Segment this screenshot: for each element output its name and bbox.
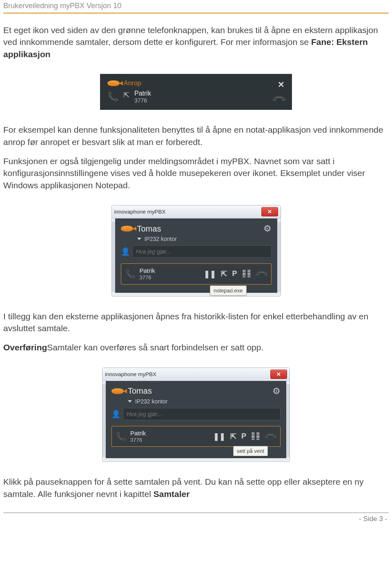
window-titlebar: innovaphone myPBX ✕ [102,368,290,381]
presence-icon: 👤 [111,410,119,419]
call-name: Patrik [140,267,155,274]
footer-divider [3,512,389,513]
caller-name: Patrik [134,89,151,97]
paragraph-2: For eksempel kan denne funksjonaliteten … [3,124,389,148]
window-close-button[interactable]: ✕ [270,370,287,379]
device-label: IP232 kontor [135,398,167,405]
dialpad-icon[interactable]: ⠿⠿⠿⠿ [242,270,252,278]
paragraph-6-bold: Samtaler [154,489,190,499]
paragraph-3: Funksjonen er også tilgjengelig under me… [3,155,389,191]
answer-icon[interactable]: 📞 [107,91,118,102]
park-p-icon[interactable]: P [232,270,237,278]
paragraph-5: OverføringSamtaler kan overføres så snar… [3,341,389,353]
paragraph-5-text: Samtaler kan overføres så snart forbinde… [47,343,263,352]
figure-3-container: innovaphone myPBX ✕ Tomas ⚙ IP232 kontor… [3,368,389,462]
user-name: Tomas [128,386,152,396]
figure-1-container: Anrop ✕ 📞 ⇱ Patrik 3776 📞 [3,74,389,110]
call-labels: Patrik 3776 [140,267,155,281]
paragraph-1: Et eget ikon ved siden av den grønne tel… [3,24,389,60]
call-icon: 📞 [116,432,126,441]
scrollbar-right[interactable] [286,384,290,458]
window-close-button[interactable]: ✕ [261,207,278,216]
call-number: 3776 [130,437,146,443]
pause-icon[interactable]: ❚❚ [204,270,216,278]
hangup-icon[interactable]: 📞 [255,267,269,281]
gear-icon[interactable]: ⚙ [272,386,281,397]
window-title: innovaphone myPBX [105,371,156,377]
hangup-icon[interactable]: 📞 [264,429,278,443]
fish-icon [107,80,120,86]
call-icon: 📞 [125,269,136,279]
scrollbar-right[interactable] [277,222,281,292]
dialpad-icon[interactable]: ⠿⠿⠿⠿ [251,433,261,440]
presence-icon: 👤 [121,247,128,256]
caller-number: 3776 [134,97,151,104]
figure-2-container: innovaphone myPBX ✕ Tomas ⚙ IP232 kontor… [3,205,389,296]
status-input[interactable] [132,245,272,258]
paragraph-4: I tillegg kan den eksterne applikasjonen… [3,310,389,334]
header-divider [3,13,389,13]
call-name: Patrik [130,430,146,437]
user-name: Tomas [137,224,161,234]
external-app-icon[interactable]: ⇱ [230,432,236,441]
tooltip-notepad: notepad.exe [210,285,247,296]
close-icon[interactable]: ✕ [278,80,285,89]
fish-icon [121,226,133,232]
window-title: innovaphone myPBX [114,209,166,215]
window-body: Tomas ⚙ IP232 kontor 👤 📞 Patrik 3776 [106,381,286,459]
chevron-down-icon[interactable] [128,400,132,403]
call-actions: ❚❚ ⇱ P ⠿⠿⠿⠿ 📞 [213,432,276,441]
pause-icon[interactable]: ❚❚ [213,432,225,441]
page-number: - Side 3 - [3,515,389,523]
window-body: Tomas ⚙ IP232 kontor 👤 📞 Patrik 3776 [115,218,277,293]
incoming-call-bar: Anrop ✕ 📞 ⇱ Patrik 3776 📞 [100,74,292,110]
call-actions: ❚❚ ⇱ P ⠿⠿⠿⠿ 📞 [204,269,267,279]
mypbx-window-hold: innovaphone myPBX ✕ Tomas ⚙ IP232 kontor… [102,368,290,462]
window-titlebar: innovaphone myPBX ✕ [112,205,281,218]
call-labels: Patrik 3776 [130,430,146,443]
document-header: Brukerveiledning myPBX Versjon 10 [3,0,389,13]
park-p-icon[interactable]: P [241,432,246,441]
mypbx-window-notepad: innovaphone myPBX ✕ Tomas ⚙ IP232 kontor… [111,205,281,296]
gear-icon[interactable]: ⚙ [263,223,272,234]
paragraph-6: Klikk på pauseknappen for å sette samtal… [3,476,389,500]
caller-info: Patrik 3776 [134,89,151,104]
status-input[interactable] [123,408,281,420]
paragraph-5-bold: Overføring [3,343,47,352]
fish-icon [111,388,124,394]
external-app-icon[interactable]: ⇱ [123,91,129,100]
anrop-label: Anrop [124,80,141,87]
device-label: IP232 kontor [145,236,177,242]
external-app-icon[interactable]: ⇱ [221,270,227,278]
active-call-box: 📞 Patrik 3776 ❚❚ ⇱ P ⠿⠿⠿⠿ 📞 sett på vent [111,426,281,447]
hangup-icon[interactable]: 📞 [272,91,287,106]
tooltip-hold: sett på vent [233,446,268,456]
active-call-box: 📞 Patrik 3776 ❚❚ ⇱ P ⠿⠿⠿⠿ 📞 notepad.exe [121,263,272,285]
chevron-down-icon[interactable] [137,238,141,240]
call-number: 3776 [140,274,155,281]
